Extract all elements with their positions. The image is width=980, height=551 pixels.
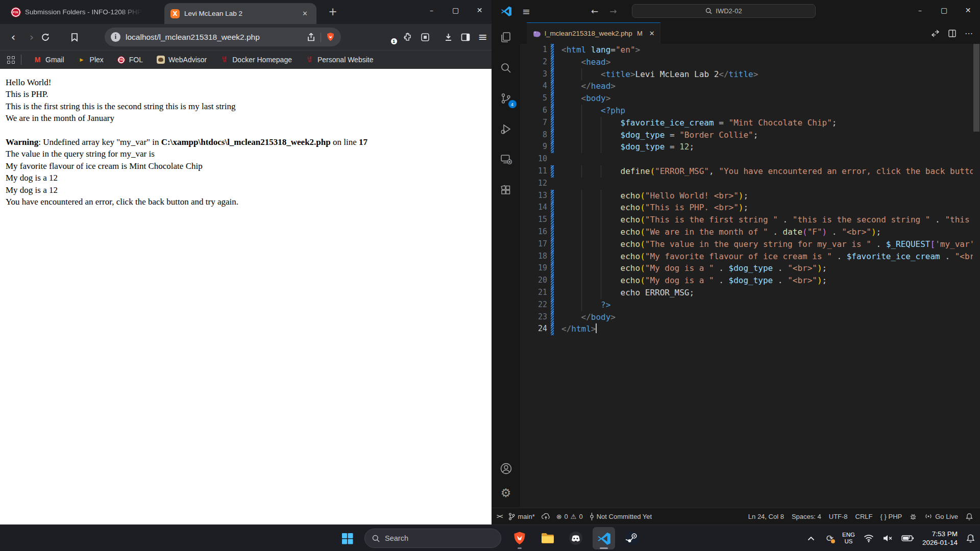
account-icon[interactable] (499, 462, 513, 475)
code-line[interactable]: 8 $dog_type = "Border Collie"; (520, 129, 973, 141)
taskbar-discord-icon[interactable] (565, 527, 587, 549)
close-button[interactable]: ✕ (468, 0, 492, 20)
publish-icon[interactable] (542, 513, 550, 520)
browser-tab-active[interactable]: X Levi McLean Lab 2 ✕ (164, 3, 316, 24)
browser-tab-submission-folders[interactable]: FOL Submission Folders - INFO-1208 PHP (5, 0, 158, 24)
source-control-icon[interactable]: 4 (499, 91, 513, 105)
bookmark-personal-website[interactable]: LEVI Personal Website (301, 54, 378, 66)
maximize-button[interactable]: ▢ (444, 0, 468, 20)
code-line[interactable]: 5 <body> (520, 92, 973, 105)
bookmark-webadvisor[interactable]: WebAdvisor (152, 54, 211, 66)
apps-grid-icon[interactable] (7, 56, 15, 64)
run-debug-icon[interactable] (499, 122, 513, 136)
code-line[interactable]: 2 <head> (520, 56, 973, 68)
cursor-position[interactable]: Ln 24, Col 8 (748, 513, 784, 520)
taskbar-steam-icon[interactable] (621, 527, 643, 549)
nav-forward-icon[interactable]: → (609, 6, 617, 16)
volume-muted-icon[interactable] (883, 534, 893, 542)
go-live-button[interactable]: Go Live (924, 513, 958, 520)
taskbar-explorer-icon[interactable] (536, 527, 559, 549)
code-line[interactable]: 9 $dog_type = 12; (520, 141, 973, 153)
language-indicator[interactable]: ENGUS (842, 532, 855, 545)
remote-explorer-icon[interactable] (499, 153, 513, 166)
more-actions-icon[interactable]: ⋯ (965, 29, 973, 38)
vscode-menu-icon[interactable]: ≡ (522, 6, 530, 17)
notifications-bell-icon[interactable] (966, 513, 973, 520)
tab-close-icon[interactable]: ✕ (300, 9, 310, 18)
leo-ai-icon[interactable]: 1 (384, 32, 395, 42)
code-line[interactable]: 12 (520, 178, 973, 190)
bookmark-docker-homepage[interactable]: LEVI Docker Homepage (215, 54, 297, 66)
editor-tab-active[interactable]: l_mclean215318_week2.php M ✕ (527, 22, 660, 44)
new-tab-button[interactable]: + (326, 5, 340, 19)
maximize-button[interactable]: ▢ (932, 0, 956, 20)
taskbar-vscode-icon[interactable] (593, 527, 615, 549)
editor-scrollbar[interactable] (973, 44, 980, 508)
problems-status[interactable]: ⊗0 ⚠0 (556, 513, 583, 520)
language-mode[interactable]: { } PHP (880, 513, 902, 520)
wifi-icon[interactable] (864, 534, 874, 542)
browser-menu-icon[interactable]: ≡ (478, 31, 487, 43)
close-button[interactable]: ✕ (956, 0, 980, 20)
address-bar[interactable]: i localhost/l_mclean215318_week2.php (105, 28, 341, 46)
code-line[interactable]: 10 (520, 153, 973, 165)
code-line[interactable]: 16 echo("We are in the month of " . date… (520, 226, 973, 238)
code-line[interactable]: 7 $favorite_ice_cream = "Mint Chocolate … (520, 117, 973, 129)
code-line[interactable]: 19 echo("My dog is a " . $dog_type . "<b… (520, 262, 973, 274)
code-line[interactable]: 3 <title>Levi McLean Lab 2</title> (520, 68, 973, 81)
code-line[interactable]: 18 echo("My favorite flavour of ice crea… (520, 251, 973, 263)
minimize-button[interactable]: – (908, 0, 932, 20)
eol-sequence[interactable]: CRLF (855, 513, 873, 520)
code-editor[interactable]: 1<html lang="en">2 <head>3 <title>Levi M… (520, 44, 973, 508)
extensions-puzzle-icon[interactable] (403, 32, 412, 42)
bookmark-plex[interactable]: ▶ Plex (73, 54, 108, 66)
remote-indicator[interactable]: >< (497, 513, 502, 520)
forward-icon[interactable]: › (22, 31, 41, 43)
tray-chevron-icon[interactable] (807, 536, 815, 541)
code-line[interactable]: 4 </head> (520, 80, 973, 92)
code-line[interactable]: 20 echo("My dog is a " . $dog_type . "<b… (520, 274, 973, 287)
code-line[interactable]: 17 echo("The value in the query string f… (520, 238, 973, 251)
explorer-icon[interactable] (499, 30, 513, 44)
settings-gear-icon[interactable]: ⚙ (499, 486, 513, 499)
encoding[interactable]: UTF-8 (829, 513, 848, 520)
battery-charging-icon[interactable] (901, 535, 914, 542)
split-editor-icon[interactable] (948, 30, 956, 37)
downloads-icon[interactable] (444, 33, 453, 42)
bookmark-fol[interactable]: FOL FOL (112, 54, 148, 66)
taskbar-brave-icon[interactable] (508, 527, 531, 549)
start-button[interactable] (336, 527, 358, 549)
url-text[interactable]: localhost/l_mclean215318_week2.php (126, 33, 302, 42)
search-icon[interactable] (499, 61, 513, 74)
reload-icon[interactable] (41, 33, 59, 42)
code-line[interactable]: 13 echo("Hello World! <br>"); (520, 190, 973, 202)
brave-shield-icon[interactable] (326, 32, 335, 42)
tab-close-icon[interactable]: ✕ (649, 30, 655, 37)
notification-bell-icon[interactable]: z (966, 534, 975, 543)
code-line[interactable]: 11 define("ERROR_MSG", "You have encount… (520, 165, 973, 178)
open-changes-icon[interactable] (931, 30, 940, 37)
onedrive-sync-icon[interactable]: ⟳ (826, 533, 834, 543)
screenshot-frame-icon[interactable] (421, 33, 430, 42)
clock[interactable]: 7:53 PM 2026-01-14 (922, 530, 958, 547)
share-icon[interactable] (307, 33, 315, 42)
code-line[interactable]: 24</html> (520, 323, 973, 335)
bookmark-gmail[interactable]: M Gmail (29, 54, 69, 66)
code-line[interactable]: 23 </body> (520, 311, 973, 323)
nav-back-icon[interactable]: ← (591, 6, 598, 16)
commit-status[interactable]: Not Committed Yet (590, 513, 652, 520)
code-line[interactable]: 22 ?> (520, 299, 973, 311)
code-line[interactable]: 21 echo ERROR_MSG; (520, 287, 973, 299)
sidebar-toggle-icon[interactable] (461, 33, 470, 41)
bookmark-icon[interactable] (70, 33, 89, 42)
extensions-icon[interactable] (499, 183, 513, 197)
scrollbar-thumb[interactable] (973, 44, 979, 132)
minimize-button[interactable]: – (420, 0, 444, 20)
taskbar-search[interactable]: Search (364, 529, 501, 548)
code-line[interactable]: 15 echo("This is the first string " . "t… (520, 214, 973, 226)
code-line[interactable]: 1<html lang="en"> (520, 44, 973, 56)
indentation[interactable]: Spaces: 4 (792, 513, 821, 520)
code-line[interactable]: 14 echo("This is PHP. <br>"); (520, 202, 973, 214)
back-icon[interactable]: ‹ (4, 31, 22, 43)
command-center-search[interactable]: IWD2-02 (632, 4, 816, 18)
